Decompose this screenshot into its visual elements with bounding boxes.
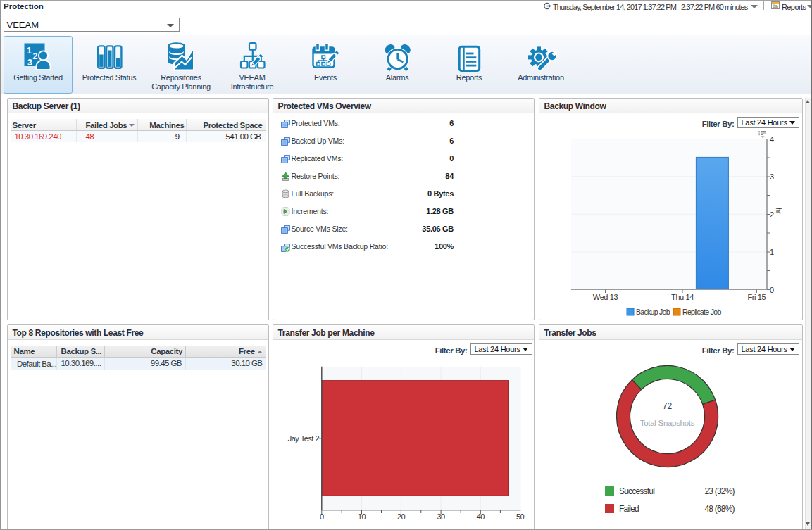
svg-text:50: 50 xyxy=(516,512,525,521)
svg-text:3: 3 xyxy=(770,172,774,181)
svg-text:72: 72 xyxy=(663,401,673,411)
svg-text:0: 0 xyxy=(770,286,774,294)
svg-text:Replicate Job: Replicate Job xyxy=(682,308,721,316)
svg-text:23 (32%): 23 (32%) xyxy=(705,486,735,496)
svg-text:1: 1 xyxy=(27,46,32,56)
svg-text:Total Snapshots: Total Snapshots xyxy=(640,419,695,427)
svg-text:Fri 15: Fri 15 xyxy=(748,293,766,301)
svg-text:3: 3 xyxy=(27,58,32,68)
svg-text:4: 4 xyxy=(770,135,774,144)
svg-text:0: 0 xyxy=(320,512,324,521)
svg-text:Jay Test 2: Jay Test 2 xyxy=(288,434,320,443)
svg-text:2: 2 xyxy=(770,210,774,219)
svg-text:30: 30 xyxy=(437,512,445,521)
svg-text:Successful: Successful xyxy=(619,486,654,496)
svg-text:Wed 13: Wed 13 xyxy=(593,293,618,301)
svg-text:Backup Job: Backup Job xyxy=(636,308,670,316)
svg-text:1: 1 xyxy=(770,248,774,256)
svg-text:40: 40 xyxy=(477,512,485,521)
svg-text:10: 10 xyxy=(358,512,366,521)
svg-text:Failed: Failed xyxy=(619,504,639,514)
svg-text:Thu 14: Thu 14 xyxy=(671,293,694,301)
svg-text:hr: hr xyxy=(775,208,783,215)
svg-text:48 (68%): 48 (68%) xyxy=(705,504,735,514)
svg-text:20: 20 xyxy=(397,512,406,521)
svg-text:2: 2 xyxy=(33,51,38,61)
